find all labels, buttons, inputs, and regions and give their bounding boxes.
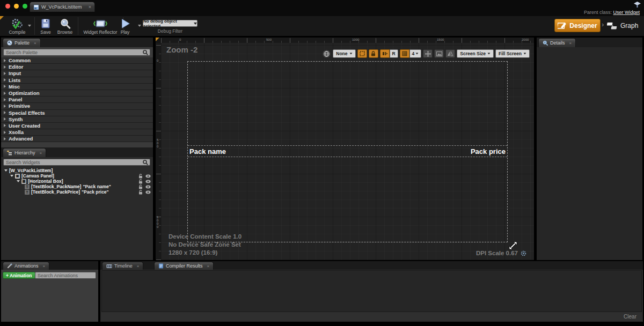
- expander-open-icon[interactable]: [10, 175, 13, 177]
- visibility-eye-icon[interactable]: [145, 180, 151, 183]
- expander-icon[interactable]: [4, 124, 6, 127]
- hierarchy-row-root[interactable]: [W_VcPackListItem]: [1, 168, 153, 173]
- palette-category[interactable]: Optimization: [1, 90, 153, 97]
- visibility-eye-icon[interactable]: [145, 174, 151, 178]
- localization-language-dropdown[interactable]: None: [333, 49, 355, 58]
- packprice-text-widget[interactable]: Pack price: [471, 147, 506, 155]
- designer-mode-button[interactable]: Designer: [554, 19, 601, 32]
- localization-preview-icon[interactable]: [322, 49, 331, 58]
- visibility-eye-icon[interactable]: [145, 190, 151, 194]
- tab-palette[interactable]: Palette ×: [3, 38, 41, 47]
- hierarchy-row-horizontal-box[interactable]: ▦ [Horizontal Box]: [1, 179, 153, 184]
- fill-screen-dropdown[interactable]: Fill Screen: [495, 49, 530, 58]
- animations-search[interactable]: [35, 272, 96, 279]
- expander-icon[interactable]: [4, 111, 6, 114]
- dpi-settings-gear-icon[interactable]: [521, 250, 526, 256]
- tab-animations[interactable]: Animations ×: [3, 262, 49, 270]
- palette-category[interactable]: Common: [1, 57, 153, 64]
- expander-icon[interactable]: [4, 137, 6, 140]
- palette-search[interactable]: [3, 49, 150, 56]
- close-tab-icon[interactable]: ×: [34, 41, 36, 46]
- expander-icon[interactable]: [4, 92, 6, 95]
- designer-viewport[interactable]: Zoom -2 None: [161, 43, 534, 260]
- palette-category[interactable]: Xsolla: [1, 129, 153, 136]
- expander-icon[interactable]: [4, 72, 6, 75]
- expander-icon[interactable]: [4, 78, 6, 82]
- tutorial-icon[interactable]: [634, 2, 641, 8]
- grid-snap-toggle-button[interactable]: [400, 49, 409, 58]
- debug-object-dropdown[interactable]: No debug object selected: [143, 20, 197, 27]
- tab-timeline[interactable]: Timeline ×: [102, 262, 143, 270]
- lock-icon[interactable]: [138, 190, 143, 195]
- zoom-level-label: Zoom -2: [166, 45, 197, 54]
- palette-category[interactable]: Editor: [1, 64, 153, 70]
- palette-category[interactable]: Special Effects: [1, 110, 153, 116]
- tab-details[interactable]: i Details ×: [538, 38, 576, 47]
- compile-options-caret[interactable]: [28, 25, 31, 27]
- palette-category[interactable]: Synth: [1, 116, 153, 123]
- screen-size-dropdown[interactable]: Screen Size: [457, 49, 494, 58]
- add-animation-button[interactable]: + Animation: [3, 272, 35, 279]
- horizontal-box-outline[interactable]: Pack name Pack price: [188, 145, 507, 157]
- expander-icon[interactable]: [4, 117, 6, 121]
- toggle-outline-button[interactable]: [357, 49, 367, 58]
- save-button[interactable]: Save: [35, 17, 56, 35]
- asset-tab[interactable]: W_VcPackListItem ×: [30, 2, 95, 12]
- close-window-button[interactable]: [5, 4, 10, 9]
- flip-preview-button[interactable]: [445, 49, 455, 58]
- browse-button[interactable]: Browse: [54, 17, 76, 35]
- hierarchy-row-textblock-packname[interactable]: T [TextBlock_PackName] "Pack name": [1, 184, 153, 189]
- hierarchy-search[interactable]: [3, 159, 150, 166]
- hierarchy-search-input[interactable]: [4, 159, 143, 165]
- designer-canvas-area[interactable]: 0 500 1000 1500 2000 0 5 0 0 1 0 0 0 Zoo…: [156, 38, 534, 260]
- parent-class-link[interactable]: User Widget: [613, 10, 640, 15]
- lock-icon[interactable]: [138, 179, 143, 184]
- visibility-eye-icon[interactable]: [145, 185, 151, 189]
- maximize-window-button[interactable]: [23, 4, 27, 9]
- tab-compiler-results[interactable]: Compiler Results ×: [154, 262, 214, 270]
- close-tab-icon[interactable]: ×: [40, 151, 42, 155]
- grid-snap-size-dropdown[interactable]: 4: [409, 49, 422, 58]
- palette-category[interactable]: Lists: [1, 77, 153, 84]
- packname-text-widget[interactable]: Pack name: [189, 147, 226, 155]
- design-canvas-outline[interactable]: Pack name Pack price: [187, 61, 508, 242]
- hierarchy-row-textblock-packprice[interactable]: T [TextBlock_PackPrice] "Pack price": [1, 189, 153, 195]
- compiler-results-log[interactable]: [101, 270, 642, 312]
- hierarchy-row-canvas-panel[interactable]: ▣ [Canvas Panel]: [1, 173, 153, 179]
- palette-category[interactable]: Panel: [1, 97, 153, 103]
- clear-log-button[interactable]: Clear: [624, 314, 636, 320]
- expander-open-icon[interactable]: [17, 180, 20, 182]
- transform-mode-button[interactable]: [423, 49, 433, 58]
- lock-icon[interactable]: [138, 184, 143, 189]
- expander-icon[interactable]: [4, 98, 6, 101]
- close-tab-icon[interactable]: ×: [137, 264, 140, 269]
- palette-category[interactable]: Input: [1, 70, 153, 77]
- play-options-caret[interactable]: [138, 25, 141, 27]
- lock-icon[interactable]: [138, 174, 143, 179]
- graph-mode-button[interactable]: Graph: [607, 20, 638, 32]
- minimize-window-button[interactable]: [14, 4, 19, 9]
- position-grid-snap-button[interactable]: [380, 49, 390, 58]
- lock-widgets-button[interactable]: [369, 49, 378, 58]
- animations-search-input[interactable]: [35, 272, 103, 278]
- preview-background-button[interactable]: [434, 49, 444, 58]
- palette-category[interactable]: Primitive: [1, 103, 153, 109]
- expander-icon[interactable]: [4, 85, 6, 88]
- close-tab-icon[interactable]: ×: [207, 264, 210, 269]
- tab-hierarchy[interactable]: Hierarchy ×: [3, 148, 46, 157]
- expander-icon[interactable]: [4, 105, 6, 108]
- compiler-results-icon: [158, 263, 164, 269]
- palette-search-input[interactable]: [4, 49, 143, 55]
- palette-category[interactable]: User Created: [1, 123, 153, 129]
- palette-category[interactable]: Misc: [1, 84, 153, 90]
- close-tab-icon[interactable]: ×: [43, 264, 46, 269]
- close-tab-icon[interactable]: ×: [89, 4, 91, 10]
- rotation-snap-button[interactable]: R: [390, 49, 398, 58]
- close-tab-icon[interactable]: ×: [569, 41, 572, 46]
- expander-open-icon[interactable]: [4, 169, 8, 172]
- expander-icon[interactable]: [4, 131, 6, 134]
- expander-icon[interactable]: [4, 59, 6, 62]
- play-button[interactable]: Play: [113, 17, 137, 35]
- expander-icon[interactable]: [4, 65, 6, 69]
- palette-category[interactable]: Advanced: [1, 136, 153, 142]
